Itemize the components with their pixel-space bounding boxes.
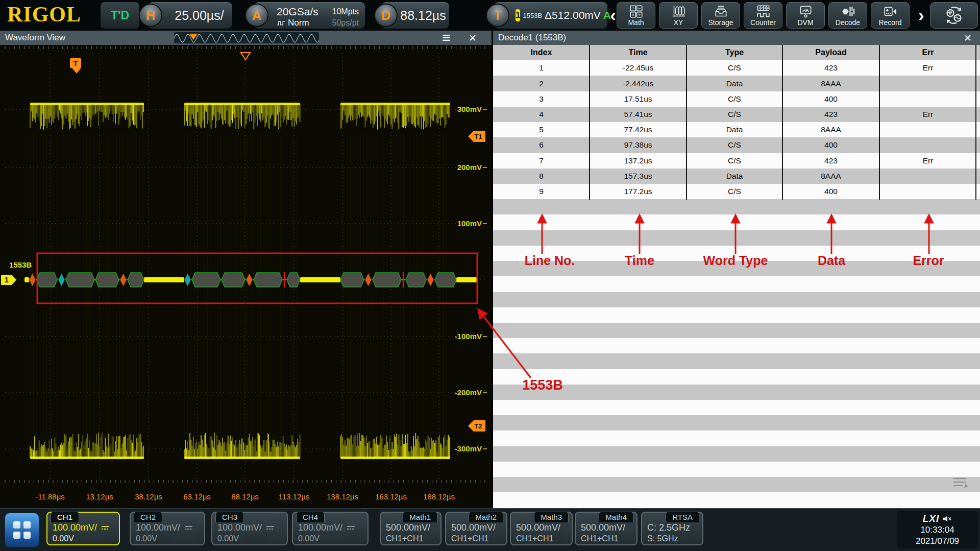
svg-text:1: 1 (758, 6, 760, 10)
toolbar-button-decode[interactable]: Decode (828, 2, 867, 29)
trigger-flag-label: T (74, 59, 78, 67)
y-axis-label: 100mV (457, 219, 482, 228)
toolbar-button-counter[interactable]: 1234Counter (744, 2, 782, 29)
decode-table-row: 9177.2usC/S400 (493, 184, 976, 199)
clock-time: 10:33:04 (897, 524, 978, 536)
decode-stripe (493, 430, 980, 446)
decode-header-row: IndexTimeTypePayloadErr (493, 45, 976, 60)
channel-scale-value: 100.00mV/ (217, 522, 262, 533)
close-icon[interactable]: ✕ (964, 32, 972, 44)
decode-cell: 77.42us (590, 125, 687, 134)
table-column-divider (782, 45, 783, 200)
decode-cell: Err (879, 110, 976, 119)
decode-cell: 400 (782, 187, 879, 196)
channel-card-math3[interactable]: Math3500.00mV/CH1+CH1 (510, 512, 573, 545)
channel-card-tab: CH1 (51, 512, 79, 522)
decode-column-header: Err (879, 48, 976, 57)
toolbar-button-record[interactable]: Record (871, 2, 910, 29)
menu-icon[interactable]: ≡ (442, 30, 450, 46)
decode-table-row: 577.42usData8AAA (493, 122, 976, 137)
decode-stripe (493, 415, 980, 430)
svg-text:+: + (631, 6, 634, 11)
trigger-card[interactable]: 1 1553B Δ512.00mV A (494, 2, 607, 29)
decode-cell: C/S (687, 94, 782, 104)
decode-cell: Err (879, 63, 976, 73)
channel-offset-value: CH1+CH1 (581, 534, 618, 543)
status-clock-card[interactable]: LXI 10:33:04 2021/07/09 (897, 511, 978, 548)
channel-scale-value: 500.00mV/ (451, 522, 496, 533)
channel-1-badge[interactable] (1, 275, 16, 285)
top-status-bar: RIGOL T'D 25.00µs/ H 20GSa/s 10Mpts Norm… (0, 0, 980, 31)
decode-table-row: 8157.3usData8AAA (493, 169, 976, 184)
x-axis-label: 63.12µs (183, 492, 211, 501)
waveform-view-panel: Waveform View ≡ ✕ 300mV200mV100mV-100mV-… (0, 31, 492, 508)
svg-text:3: 3 (764, 6, 766, 10)
decode-stripe (493, 385, 980, 400)
decode-table-row: 7137.2usC/S423Err (493, 153, 976, 169)
decode-icon (841, 5, 855, 18)
decode-cell: -22.45us (590, 63, 687, 73)
channel-status-bar: CH1100.00mV/0.00VCH2100.00mV/0.00VCH3100… (0, 508, 980, 551)
channel-card-math2[interactable]: Math2500.00mV/CH1+CH1 (445, 512, 507, 545)
svg-text:−: − (638, 6, 641, 11)
decode-stripe (493, 307, 980, 323)
bus-label: 1553B (9, 260, 32, 269)
decode-stripe (493, 492, 980, 508)
delay-knob[interactable]: D (374, 4, 398, 27)
decode-cell: 400 (782, 94, 879, 104)
trigger-position-marker[interactable] (241, 53, 250, 60)
channel-card-rtsa[interactable]: RTSAC: 2.5GHzS: 5GHz (641, 512, 703, 545)
decode-cell: C/S (687, 140, 782, 150)
channel-scale-value: 500.00mV/ (386, 522, 430, 533)
toolbar-button-storage[interactable]: Storage (701, 2, 740, 29)
channel-card-math4[interactable]: Math4500.00mV/CH1+CH1 (575, 512, 638, 545)
delay-value: 88.12µs (400, 8, 446, 23)
apps-grid-button[interactable] (5, 513, 39, 547)
speaker-muted-icon[interactable] (943, 515, 952, 522)
channel-card-ch2[interactable]: CH2100.00mV/0.00V (130, 512, 205, 545)
toolbar-button-xy[interactable]: XY (659, 2, 698, 29)
decode-cell: C/S (687, 156, 782, 165)
channel-card-tab: RTSA (666, 512, 699, 522)
coupling-dc-icon (101, 525, 110, 531)
decode-cell: 8AAA (782, 125, 879, 134)
channel-card-ch4[interactable]: CH4100.00mV/0.00V (292, 512, 369, 545)
acquisition-card[interactable]: 20GSa/s 10Mpts Norm 50ps/pt (254, 2, 365, 29)
clock-date: 2021/07/09 (897, 536, 978, 547)
waveform-plot[interactable]: 300mV200mV100mV-100mV-200mV-300mV-11.88µ… (0, 45, 492, 508)
self-check-button[interactable] (930, 2, 978, 29)
coupling-dc-icon (266, 525, 275, 531)
decode-stripe (493, 462, 980, 477)
decode-stripe (493, 199, 980, 214)
toolbar-button-label: DVM (797, 19, 813, 26)
channel-card-ch3[interactable]: CH3100.00mV/0.00V (211, 512, 288, 545)
close-icon[interactable]: ✕ (469, 32, 477, 44)
table-column-divider (686, 45, 687, 200)
toolbar-button-label: Storage (708, 19, 733, 26)
decode-titlebar: Decode1 (1553B) ✕ (493, 31, 980, 45)
decode-cell: 7 (493, 156, 590, 165)
y-axis-label: -100mV (455, 332, 482, 341)
scroll-down-icon[interactable] (951, 475, 970, 491)
channel-card-math1[interactable]: Math1500.00mV/CH1+CH1 (380, 512, 442, 545)
storage-icon (714, 5, 728, 18)
decode-cell: 8AAA (782, 172, 879, 181)
acquire-knob[interactable]: A (245, 4, 268, 27)
channel-offset-value: 0.00V (136, 534, 157, 543)
horizontal-knob[interactable]: H (139, 4, 162, 27)
channel-scale-value: 500.00mV/ (581, 522, 625, 533)
trigger-knob[interactable]: T (486, 4, 509, 27)
toolbar-button-dvm[interactable]: DVM (786, 2, 825, 29)
decode-table-row: 2-2.442usData8AAA (493, 76, 976, 91)
memory-navigation-band[interactable] (174, 32, 319, 43)
channel-offset-value: 0.00V (217, 534, 239, 543)
decode-stripe (493, 292, 980, 307)
resolution-value: 50ps/pt (332, 18, 359, 28)
decode-cell: 400 (782, 140, 879, 150)
channel-scale-value: C: 2.5GHz (647, 522, 690, 533)
chevron-right-icon[interactable]: › (916, 6, 927, 25)
toolbar-button-math[interactable]: +−×÷Math (617, 2, 655, 29)
decode-cell: 423 (782, 156, 879, 165)
channel-card-ch1[interactable]: CH1100.00mV/0.00V (46, 512, 120, 545)
toolbar: +−×÷MathXYStorage1234CounterDVMDecodeRec… (617, 2, 910, 29)
